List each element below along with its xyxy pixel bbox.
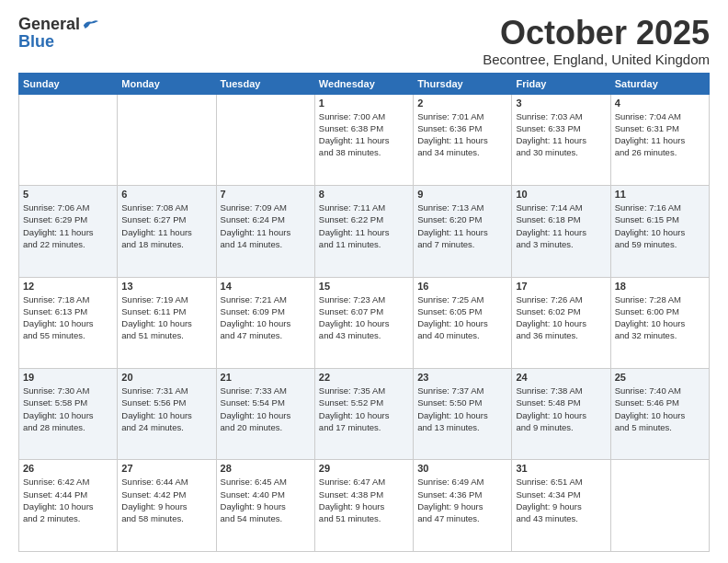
calendar-cell: 26Sunrise: 6:42 AM Sunset: 4:44 PM Dayli… <box>19 460 118 552</box>
day-number: 5 <box>23 189 113 200</box>
day-number: 19 <box>23 372 113 383</box>
calendar-cell: 15Sunrise: 7:23 AM Sunset: 6:07 PM Dayli… <box>314 277 413 368</box>
day-number: 17 <box>516 281 606 292</box>
logo-general-text: General <box>18 15 80 34</box>
calendar-cell <box>19 94 118 185</box>
day-info: Sunrise: 7:01 AM Sunset: 6:36 PM Dayligh… <box>417 110 507 159</box>
day-number: 23 <box>417 372 507 383</box>
day-info: Sunrise: 7:37 AM Sunset: 5:50 PM Dayligh… <box>417 385 507 433</box>
calendar-cell: 29Sunrise: 6:47 AM Sunset: 4:38 PM Dayli… <box>314 460 413 552</box>
day-info: Sunrise: 6:47 AM Sunset: 4:38 PM Dayligh… <box>319 476 409 524</box>
day-number: 2 <box>417 98 507 109</box>
day-header-tuesday: Tuesday <box>216 73 314 94</box>
calendar-cell: 27Sunrise: 6:44 AM Sunset: 4:42 PM Dayli… <box>118 460 216 552</box>
calendar-cell: 17Sunrise: 7:26 AM Sunset: 6:02 PM Dayli… <box>512 277 610 368</box>
logo-blue-text: Blue <box>18 32 54 52</box>
day-info: Sunrise: 7:30 AM Sunset: 5:58 PM Dayligh… <box>23 385 113 433</box>
day-info: Sunrise: 7:23 AM Sunset: 6:07 PM Dayligh… <box>319 293 409 342</box>
day-number: 18 <box>615 281 705 292</box>
day-number: 25 <box>615 372 705 383</box>
day-info: Sunrise: 7:35 AM Sunset: 5:52 PM Dayligh… <box>319 385 409 433</box>
day-header-saturday: Saturday <box>610 73 709 94</box>
day-info: Sunrise: 7:21 AM Sunset: 6:09 PM Dayligh… <box>221 293 311 342</box>
calendar-cell: 20Sunrise: 7:31 AM Sunset: 5:56 PM Dayli… <box>118 369 216 460</box>
day-info: Sunrise: 7:33 AM Sunset: 5:54 PM Dayligh… <box>221 385 311 433</box>
day-info: Sunrise: 7:03 AM Sunset: 6:33 PM Dayligh… <box>516 110 606 159</box>
day-number: 24 <box>516 372 606 383</box>
calendar-cell: 31Sunrise: 6:51 AM Sunset: 4:34 PM Dayli… <box>512 460 610 552</box>
calendar-table: SundayMondayTuesdayWednesdayThursdayFrid… <box>18 73 710 552</box>
calendar-cell: 1Sunrise: 7:00 AM Sunset: 6:38 PM Daylig… <box>314 94 413 185</box>
day-number: 14 <box>221 281 311 292</box>
calendar-cell: 10Sunrise: 7:14 AM Sunset: 6:18 PM Dayli… <box>512 186 610 277</box>
day-number: 9 <box>417 189 507 200</box>
calendar-week-5: 26Sunrise: 6:42 AM Sunset: 4:44 PM Dayli… <box>19 460 710 552</box>
calendar-cell <box>610 460 709 552</box>
calendar-cell: 11Sunrise: 7:16 AM Sunset: 6:15 PM Dayli… <box>610 186 709 277</box>
calendar-cell: 14Sunrise: 7:21 AM Sunset: 6:09 PM Dayli… <box>216 277 314 368</box>
day-info: Sunrise: 7:11 AM Sunset: 6:22 PM Dayligh… <box>319 201 409 250</box>
day-header-wednesday: Wednesday <box>314 73 413 94</box>
page: General Blue October 2025 Becontree, Eng… <box>0 0 728 563</box>
day-info: Sunrise: 6:49 AM Sunset: 4:36 PM Dayligh… <box>417 476 507 524</box>
day-number: 3 <box>516 98 606 109</box>
calendar-cell: 4Sunrise: 7:04 AM Sunset: 6:31 PM Daylig… <box>610 94 709 185</box>
calendar-cell: 30Sunrise: 6:49 AM Sunset: 4:36 PM Dayli… <box>414 460 512 552</box>
calendar-cell: 23Sunrise: 7:37 AM Sunset: 5:50 PM Dayli… <box>414 369 512 460</box>
day-info: Sunrise: 7:40 AM Sunset: 5:46 PM Dayligh… <box>615 385 705 433</box>
day-info: Sunrise: 7:13 AM Sunset: 6:20 PM Dayligh… <box>417 201 507 250</box>
day-number: 6 <box>121 189 211 200</box>
calendar-week-3: 12Sunrise: 7:18 AM Sunset: 6:13 PM Dayli… <box>19 277 710 368</box>
calendar-cell: 22Sunrise: 7:35 AM Sunset: 5:52 PM Dayli… <box>314 369 413 460</box>
calendar-cell: 3Sunrise: 7:03 AM Sunset: 6:33 PM Daylig… <box>512 94 610 185</box>
calendar-week-1: 1Sunrise: 7:00 AM Sunset: 6:38 PM Daylig… <box>19 94 710 185</box>
title-block: October 2025 Becontree, England, United … <box>483 15 710 67</box>
calendar-cell: 7Sunrise: 7:09 AM Sunset: 6:24 PM Daylig… <box>216 186 314 277</box>
calendar-cell: 21Sunrise: 7:33 AM Sunset: 5:54 PM Dayli… <box>216 369 314 460</box>
calendar-cell: 9Sunrise: 7:13 AM Sunset: 6:20 PM Daylig… <box>414 186 512 277</box>
calendar-week-4: 19Sunrise: 7:30 AM Sunset: 5:58 PM Dayli… <box>19 369 710 460</box>
day-info: Sunrise: 7:09 AM Sunset: 6:24 PM Dayligh… <box>221 201 311 250</box>
day-number: 20 <box>121 372 211 383</box>
day-number: 29 <box>319 463 409 474</box>
day-number: 27 <box>121 463 211 474</box>
day-number: 30 <box>417 463 507 474</box>
day-number: 21 <box>221 372 311 383</box>
day-info: Sunrise: 7:18 AM Sunset: 6:13 PM Dayligh… <box>23 293 113 342</box>
day-info: Sunrise: 7:14 AM Sunset: 6:18 PM Dayligh… <box>516 201 606 250</box>
calendar-cell: 13Sunrise: 7:19 AM Sunset: 6:11 PM Dayli… <box>118 277 216 368</box>
day-info: Sunrise: 7:31 AM Sunset: 5:56 PM Dayligh… <box>121 385 211 433</box>
day-number: 16 <box>417 281 507 292</box>
day-number: 8 <box>319 189 409 200</box>
calendar-cell: 2Sunrise: 7:01 AM Sunset: 6:36 PM Daylig… <box>414 94 512 185</box>
day-header-sunday: Sunday <box>19 73 118 94</box>
day-number: 13 <box>121 281 211 292</box>
day-info: Sunrise: 7:26 AM Sunset: 6:02 PM Dayligh… <box>516 293 606 342</box>
calendar-cell: 28Sunrise: 6:45 AM Sunset: 4:40 PM Dayli… <box>216 460 314 552</box>
calendar-cell: 24Sunrise: 7:38 AM Sunset: 5:48 PM Dayli… <box>512 369 610 460</box>
day-info: Sunrise: 7:04 AM Sunset: 6:31 PM Dayligh… <box>615 110 705 159</box>
day-info: Sunrise: 6:51 AM Sunset: 4:34 PM Dayligh… <box>516 476 606 524</box>
day-header-thursday: Thursday <box>414 73 512 94</box>
calendar-cell <box>118 94 216 185</box>
day-number: 31 <box>516 463 606 474</box>
day-info: Sunrise: 7:16 AM Sunset: 6:15 PM Dayligh… <box>615 201 705 250</box>
day-info: Sunrise: 6:44 AM Sunset: 4:42 PM Dayligh… <box>121 476 211 524</box>
day-header-friday: Friday <box>512 73 610 94</box>
calendar-cell: 6Sunrise: 7:08 AM Sunset: 6:27 PM Daylig… <box>118 186 216 277</box>
logo: General Blue <box>18 15 98 52</box>
calendar-week-2: 5Sunrise: 7:06 AM Sunset: 6:29 PM Daylig… <box>19 186 710 277</box>
day-number: 26 <box>23 463 113 474</box>
month-title: October 2025 <box>483 15 710 52</box>
location: Becontree, England, United Kingdom <box>483 52 710 67</box>
calendar-cell: 12Sunrise: 7:18 AM Sunset: 6:13 PM Dayli… <box>19 277 118 368</box>
day-number: 22 <box>319 372 409 383</box>
day-header-monday: Monday <box>118 73 216 94</box>
calendar-cell: 18Sunrise: 7:28 AM Sunset: 6:00 PM Dayli… <box>610 277 709 368</box>
day-number: 28 <box>221 463 311 474</box>
day-number: 10 <box>516 189 606 200</box>
calendar-cell: 5Sunrise: 7:06 AM Sunset: 6:29 PM Daylig… <box>19 186 118 277</box>
calendar-cell <box>216 94 314 185</box>
day-number: 7 <box>221 189 311 200</box>
day-number: 11 <box>615 189 705 200</box>
